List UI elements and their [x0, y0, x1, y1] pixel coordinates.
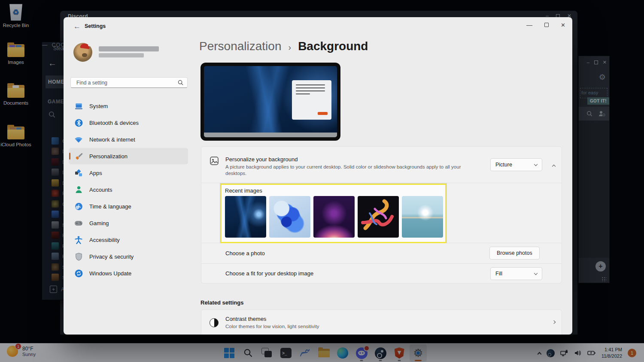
plus-icon: + — [50, 286, 57, 293]
maximize-icon[interactable] — [544, 23, 549, 27]
thumbnail-windows-11-bloom[interactable] — [269, 196, 310, 238]
brave-button[interactable] — [391, 344, 408, 362]
close-icon[interactable]: ✕ — [603, 60, 607, 65]
game-artwork-icon — [52, 242, 59, 250]
steam-game-row[interactable]: T — [52, 211, 65, 218]
steam-tab-games[interactable]: GAME — [48, 99, 64, 105]
collapse-chevron-icon[interactable] — [552, 165, 556, 168]
terminal-icon: >_ — [280, 348, 292, 358]
settings-search-box[interactable] — [70, 77, 188, 88]
taskbar-center-icons: >_ ⚙ — [221, 344, 427, 362]
steam-add-game-button[interactable]: + A — [50, 286, 64, 293]
preview-accent-button — [318, 112, 328, 115]
sidebar-item-label: Privacy & security — [89, 253, 134, 260]
breadcrumb-separator: › — [288, 42, 291, 52]
sidebar-item-time-language[interactable]: Time & language — [69, 198, 188, 214]
friends-toolbar — [579, 107, 609, 121]
personalize-title: Personalize your background — [225, 156, 298, 163]
thumbnail-windows-10-hero[interactable] — [225, 196, 266, 238]
gear-icon[interactable]: ⚙ — [599, 72, 606, 82]
taskbar-weather-widget[interactable]: 1 80°F Sunny — [7, 346, 36, 357]
breadcrumb-parent[interactable]: Personalization — [199, 39, 281, 53]
system-icon — [74, 102, 83, 110]
resize-grip[interactable] — [601, 277, 607, 282]
settings-gear-icon: ⚙ — [412, 347, 424, 359]
back-arrow-icon[interactable]: ← — [73, 22, 81, 31]
friends-list-area — [579, 121, 609, 258]
sidebar-item-accounts[interactable]: Accounts — [69, 181, 188, 198]
brave-icon — [395, 347, 404, 359]
new-chat-button[interactable]: + — [595, 261, 606, 272]
sidebar-item-gaming[interactable]: Gaming — [69, 215, 188, 231]
thumbnail-windows-11-dark-bloom[interactable] — [313, 196, 355, 238]
start-button[interactable] — [221, 344, 238, 362]
desktop-icon-documents[interactable]: Documents — [0, 85, 32, 106]
minimize-icon[interactable]: – — [587, 60, 589, 65]
terminal-button[interactable]: >_ — [277, 344, 295, 362]
sidebar-item-system[interactable]: System — [69, 98, 188, 114]
browse-photos-button[interactable]: Browse photos — [489, 247, 540, 259]
tray-overflow-chevron-icon[interactable] — [537, 352, 541, 356]
contrast-themes-card[interactable]: Contrast themes Color themes for low vis… — [201, 309, 562, 335]
choose-photo-label: Choose a photo — [225, 250, 265, 256]
steam-button[interactable] — [372, 344, 389, 362]
person-icon — [74, 185, 83, 194]
file-explorer-button[interactable] — [315, 344, 332, 362]
personalize-description-line2: desktops. — [225, 170, 246, 177]
apps-grid-icon — [74, 169, 83, 177]
search-button[interactable] — [240, 344, 257, 362]
user-avatar[interactable] — [73, 43, 92, 62]
got-it-button[interactable]: GOT IT! — [587, 97, 609, 105]
steam-tray-icon[interactable] — [547, 349, 555, 357]
notification-count-badge[interactable]: 1 — [628, 349, 636, 357]
sidebar-item-windows-update[interactable]: Windows Update — [69, 265, 188, 281]
game-artwork-icon — [52, 274, 59, 281]
sidebar-item-network-internet[interactable]: Network & internet — [69, 131, 188, 148]
sidebar-item-privacy-security[interactable]: Privacy & security — [69, 248, 188, 265]
thumbnail-sunrise-over-water[interactable] — [402, 196, 443, 238]
preview-wallpaper — [204, 66, 337, 137]
search-icon — [177, 79, 184, 86]
add-friend-icon[interactable] — [598, 110, 606, 117]
bluetooth-icon — [74, 118, 83, 127]
search-icon[interactable] — [48, 111, 56, 118]
battery-icon[interactable] — [587, 350, 596, 356]
sketch-app-button[interactable] — [296, 344, 313, 362]
sidebar-item-apps[interactable]: Apps — [69, 165, 188, 181]
minimize-icon[interactable]: — — [526, 21, 532, 28]
search-icon[interactable] — [586, 110, 593, 117]
steam-game-row[interactable]: F — [52, 190, 65, 197]
game-artwork-icon — [52, 211, 59, 218]
sidebar-item-accessibility[interactable]: Accessibility — [69, 232, 188, 248]
search-input[interactable] — [76, 79, 177, 86]
recent-images-label: Recent images — [225, 187, 262, 194]
sidebar-item-label: Time & language — [89, 203, 131, 210]
desktop-icon-recycle-bin[interactable]: ♻ Recycle Bin — [0, 3, 32, 28]
back-arrow-icon[interactable]: ← — [48, 58, 57, 68]
game-artwork-icon — [52, 158, 59, 166]
tray-date: 11/8/2022 — [601, 353, 622, 359]
background-type-dropdown[interactable]: Picture — [490, 158, 542, 171]
discord-button[interactable] — [353, 344, 370, 362]
maximize-icon[interactable] — [594, 60, 598, 64]
close-icon[interactable]: ✕ — [561, 22, 565, 28]
background-preview-monitor — [200, 63, 340, 141]
folder-icon — [7, 44, 24, 57]
sidebar-item-personalization[interactable]: Personalization — [69, 148, 188, 164]
thumbnail-abstract-ribbons[interactable] — [358, 196, 399, 238]
desktop-icon-images[interactable]: Images — [0, 44, 32, 65]
settings-button[interactable]: ⚙ — [410, 344, 427, 362]
edge-button[interactable] — [334, 344, 351, 362]
volume-icon[interactable] — [574, 350, 582, 356]
task-view-button[interactable] — [258, 344, 276, 362]
contrast-icon — [210, 318, 219, 327]
weather-condition: Sunny — [22, 352, 36, 357]
network-icon[interactable] — [560, 350, 568, 357]
desktop-icon-label: Images — [0, 60, 32, 65]
sidebar-item-bluetooth-devices[interactable]: Bluetooth & devices — [69, 115, 188, 131]
desktop-icon-icloud-photos[interactable]: iCloud Photos — [0, 127, 32, 147]
notification-badge — [364, 345, 370, 351]
desktop-icon-label: iCloud Photos — [0, 142, 32, 147]
fit-dropdown[interactable]: Fill — [490, 267, 542, 280]
taskbar-clock[interactable]: 1:41 PM 11/8/2022 — [601, 347, 622, 359]
